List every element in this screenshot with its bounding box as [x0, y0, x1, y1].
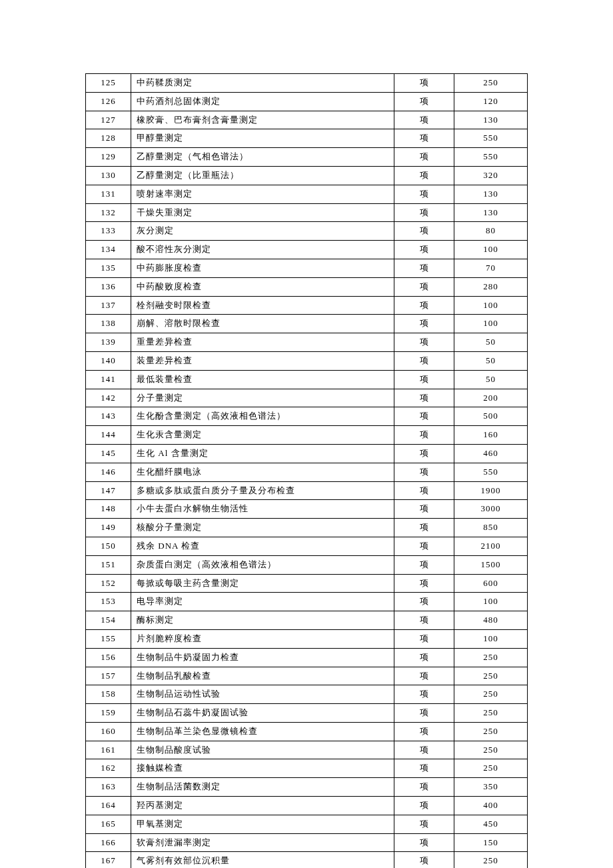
item-name: 羟丙基测定 [131, 797, 394, 815]
price: 50 [454, 370, 528, 389]
table-row: 160生物制品革兰染色显微镜检查项250 [86, 722, 528, 741]
row-number: 132 [86, 203, 131, 222]
row-number: 153 [86, 593, 131, 611]
table-row: 134酸不溶性灰分测定项100 [86, 241, 528, 259]
price: 80 [454, 222, 528, 241]
row-number: 131 [86, 185, 131, 203]
item-name: 崩解、溶散时限检查 [131, 315, 394, 333]
unit: 项 [394, 741, 454, 759]
row-number: 155 [86, 629, 131, 648]
unit: 项 [394, 463, 454, 481]
row-number: 167 [86, 852, 131, 868]
row-number: 139 [86, 333, 131, 352]
table-row: 151杂质蛋白测定（高效液相色谱法）项1500 [86, 555, 528, 574]
unit: 项 [394, 259, 454, 277]
price: 250 [454, 741, 528, 759]
item-name: 灰分测定 [131, 222, 394, 241]
item-name: 接触媒检查 [131, 759, 394, 778]
row-number: 160 [86, 722, 131, 741]
table-row: 164羟丙基测定项400 [86, 797, 528, 815]
row-number: 159 [86, 704, 131, 723]
item-name: 生化 Al 含量测定 [131, 444, 394, 463]
price: 70 [454, 259, 528, 277]
row-number: 150 [86, 537, 131, 555]
table-row: 126中药酒剂总固体测定项120 [86, 92, 528, 111]
unit: 项 [394, 833, 454, 852]
unit: 项 [394, 148, 454, 167]
price: 120 [454, 92, 528, 111]
item-name: 核酸分子量测定 [131, 519, 394, 537]
unit: 项 [394, 759, 454, 778]
item-name: 甲醇量测定 [131, 129, 394, 148]
item-name: 装量差异检查 [131, 351, 394, 370]
unit: 项 [394, 519, 454, 537]
price: 460 [454, 444, 528, 463]
table-row: 153电导率测定项100 [86, 593, 528, 611]
item-name: 生化酚含量测定（高效液相色谱法） [131, 407, 394, 426]
table-row: 136中药酸败度检查项280 [86, 277, 528, 296]
unit: 项 [394, 203, 454, 222]
row-number: 152 [86, 574, 131, 593]
price: 400 [454, 797, 528, 815]
table-row: 148小牛去蛋白水解物生物活性项3000 [86, 500, 528, 519]
row-number: 149 [86, 519, 131, 537]
table-row: 159生物制品石蕊牛奶凝固试验项250 [86, 704, 528, 723]
price: 500 [454, 407, 528, 426]
table-row: 161生物制品酸度试验项250 [86, 741, 528, 759]
unit: 项 [394, 797, 454, 815]
price: 550 [454, 129, 528, 148]
table-row: 132干燥失重测定项130 [86, 203, 528, 222]
table-row: 154酶标测定项480 [86, 611, 528, 630]
price: 350 [454, 778, 528, 797]
item-name: 中药膨胀度检查 [131, 259, 394, 277]
price: 250 [454, 648, 528, 667]
price: 150 [454, 833, 528, 852]
unit: 项 [394, 667, 454, 685]
unit: 项 [394, 407, 454, 426]
price: 250 [454, 667, 528, 685]
table-row: 129乙醇量测定（气相色谱法）项550 [86, 148, 528, 167]
price: 1500 [454, 555, 528, 574]
item-name: 橡胶膏、巴布膏剂含膏量测定 [131, 111, 394, 129]
row-number: 163 [86, 778, 131, 797]
unit: 项 [394, 370, 454, 389]
price: 100 [454, 315, 528, 333]
unit: 项 [394, 426, 454, 445]
table-row: 131喷射速率测定项130 [86, 185, 528, 203]
price: 250 [454, 685, 528, 704]
row-number: 129 [86, 148, 131, 167]
unit: 项 [394, 129, 454, 148]
price: 550 [454, 148, 528, 167]
unit: 项 [394, 629, 454, 648]
unit: 项 [394, 611, 454, 630]
row-number: 141 [86, 370, 131, 389]
price: 280 [454, 277, 528, 296]
price: 100 [454, 593, 528, 611]
unit: 项 [394, 685, 454, 704]
table-row: 166软膏剂泄漏率测定项150 [86, 833, 528, 852]
row-number: 165 [86, 815, 131, 833]
item-name: 分子量测定 [131, 389, 394, 407]
unit: 项 [394, 574, 454, 593]
table-row: 143生化酚含量测定（高效液相色谱法）项500 [86, 407, 528, 426]
pricing-table: 125中药鞣质测定项250126中药酒剂总固体测定项120127橡胶膏、巴布膏剂… [85, 73, 528, 868]
price: 130 [454, 203, 528, 222]
table-row: 139重量差异检查项50 [86, 333, 528, 352]
item-name: 中药酒剂总固体测定 [131, 92, 394, 111]
row-number: 134 [86, 241, 131, 259]
row-number: 161 [86, 741, 131, 759]
table-row: 127橡胶膏、巴布膏剂含膏量测定项130 [86, 111, 528, 129]
table-row: 156生物制品牛奶凝固力检查项250 [86, 648, 528, 667]
item-name: 栓剂融变时限检查 [131, 296, 394, 315]
table-row: 147多糖或多肽或蛋白质分子量及分布检查项1900 [86, 481, 528, 500]
item-name: 气雾剂有效部位沉积量 [131, 852, 394, 868]
row-number: 157 [86, 667, 131, 685]
price: 320 [454, 166, 528, 185]
price: 1900 [454, 481, 528, 500]
item-name: 甲氧基测定 [131, 815, 394, 833]
item-name: 生物制品酸度试验 [131, 741, 394, 759]
price: 850 [454, 519, 528, 537]
price: 250 [454, 704, 528, 723]
price: 100 [454, 629, 528, 648]
table-row: 137栓剂融变时限检查项100 [86, 296, 528, 315]
